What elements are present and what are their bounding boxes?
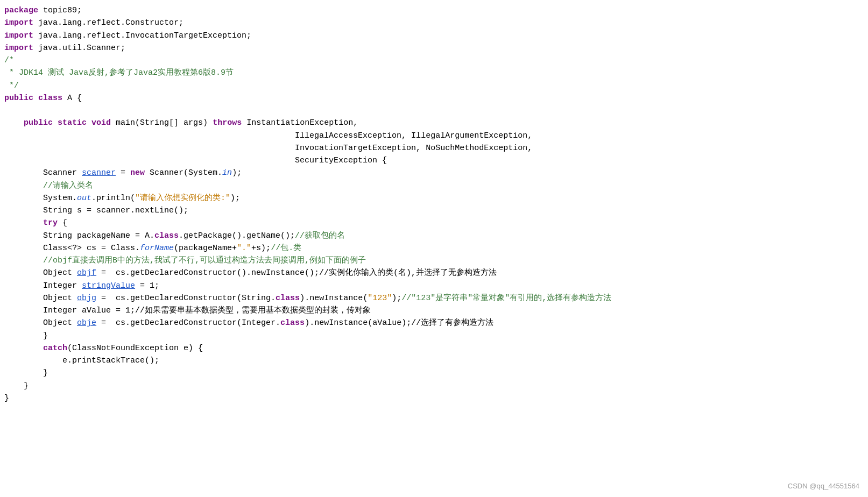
code-token: objf [77,267,96,279]
code-token: e.printStackTrace(); [4,354,159,367]
code-token: .getPackage().getName(); [179,230,295,242]
code-token: "123" [368,292,392,304]
code-token: = cs.getDeclaredConstructor(String. [96,292,276,304]
code-line: import java.lang.reflect.InvocationTarge… [4,30,868,42]
code-token [4,217,43,229]
code-editor: package topic89;import java.lang.reflect… [0,0,868,497]
code-line: Scanner scanner = new Scanner(System.in)… [4,167,868,179]
code-token: } [4,380,29,392]
code-token: Object [4,292,77,304]
code-token: forName [140,242,174,254]
code-token: java.lang.reflect.InvocationTargetExcept… [33,30,251,42]
code-token: Scanner(System. [145,167,222,179]
code-token: //获取包的名 [295,230,345,242]
code-line: public class A { [4,92,868,104]
code-token: //请输入类名 [4,180,93,192]
code-token: ); [392,292,401,304]
code-token: { [58,217,67,229]
code-token: stringValue [82,280,135,292]
watermark-text: CSDN @qq_44551564 [788,481,859,492]
code-line: String packageName = A.class.getPackage(… [4,230,868,242]
code-token: static [58,117,87,129]
code-token: try [43,217,58,229]
code-line: catch(ClassNotFoundException e) { [4,342,868,354]
code-token: Object [4,317,77,329]
code-line: IllegalAccessException, IllegalArgumentE… [4,130,868,142]
code-token: throws [213,117,242,129]
code-line: Class<?> cs = Class.forName(packageName+… [4,242,868,254]
code-token: "请输入你想实例化的类:" [135,192,230,204]
code-line: try { [4,217,868,229]
code-token: } [4,367,48,379]
code-line: } [4,392,868,404]
code-token: //"123"是字符串"常量对象"有引用的,选择有参构造方法 [401,292,611,304]
code-token: InvocationTargetException, NoSuchMethodE… [4,142,532,154]
code-token: out [77,192,91,204]
code-token: import [4,30,33,42]
code-token: class [38,92,62,104]
code-token: new [130,167,145,179]
code-token: catch [43,342,67,354]
code-token: java.util.Scanner; [33,42,125,54]
code-line: Integer stringValue = 1; [4,280,868,292]
code-token: (ClassNotFoundException e) { [67,342,203,354]
code-token: //objf直接去调用B中的方法,我试了不行,可以通过构造方法去间接调用,例如下… [4,254,366,267]
code-token: import [4,42,33,54]
code-token: = [116,167,130,179]
code-token [53,117,58,129]
code-line: import java.lang.reflect.Constructor; [4,17,868,29]
code-line [4,104,868,117]
code-token: InstantiationException, [242,117,358,129]
code-token: Object [4,267,77,279]
code-token: (packageName+ [174,242,237,254]
code-token: A { [62,92,82,104]
code-token: Scanner [4,167,82,179]
code-line: * JDK14 测试 Java反射,参考了Java2实用教程第6版8.9节 [4,67,868,79]
code-token: = cs.getDeclaredConstructor().newInstanc… [96,267,497,279]
code-line: package topic89; [4,4,868,17]
code-token: String s = scanner.nextLine(); [4,204,188,217]
code-line: SecurityException { [4,154,868,167]
code-line: //请输入类名 [4,180,868,192]
code-token: */ [4,80,19,92]
code-token: /* [4,54,14,67]
code-token: class [276,292,300,304]
code-token: Integer [4,280,82,292]
code-token: String packageName = A. [4,230,154,242]
code-token: in [222,167,232,179]
code-token: = 1; [135,280,159,292]
code-token: java.lang.reflect.Constructor; [33,17,184,29]
code-token: .println( [91,192,135,204]
code-token: ); [232,167,242,179]
code-token [33,92,38,104]
code-line: } [4,380,868,392]
code-line: Object obje = cs.getDeclaredConstructor(… [4,317,868,329]
code-token: public [4,92,33,104]
code-token: import [4,17,33,29]
code-token: public [24,117,53,129]
code-token [4,342,43,354]
code-token: ).newInstance(aValue);//选择了有参构造方法 [305,317,493,329]
code-line: e.printStackTrace(); [4,354,868,367]
code-token: package [4,4,38,17]
code-token [4,117,24,129]
code-token: ).newInstance( [300,292,368,304]
code-token: = cs.getDeclaredConstructor(Integer. [96,317,280,329]
code-token: ); [230,192,240,204]
code-line: import java.util.Scanner; [4,42,868,54]
code-line: } [4,367,868,379]
code-line: System.out.println("请输入你想实例化的类:"); [4,192,868,204]
code-token: SecurityException { [4,154,387,167]
code-token: void [91,117,111,129]
code-token: "." [237,242,251,254]
code-line: public static void main(String[] args) t… [4,117,868,129]
code-token: } [4,330,48,342]
code-line: //objf直接去调用B中的方法,我试了不行,可以通过构造方法去间接调用,例如下… [4,254,868,267]
code-token: Integer aValue = 1;//如果需要串基本数据类型，需要用基本数据… [4,304,371,317]
code-line: Object objg = cs.getDeclaredConstructor(… [4,292,868,304]
code-token: IllegalAccessException, IllegalArgumentE… [4,130,532,142]
code-token: obje [77,317,96,329]
code-line: */ [4,80,868,92]
code-token: objg [77,292,96,304]
code-token: } [4,392,9,404]
